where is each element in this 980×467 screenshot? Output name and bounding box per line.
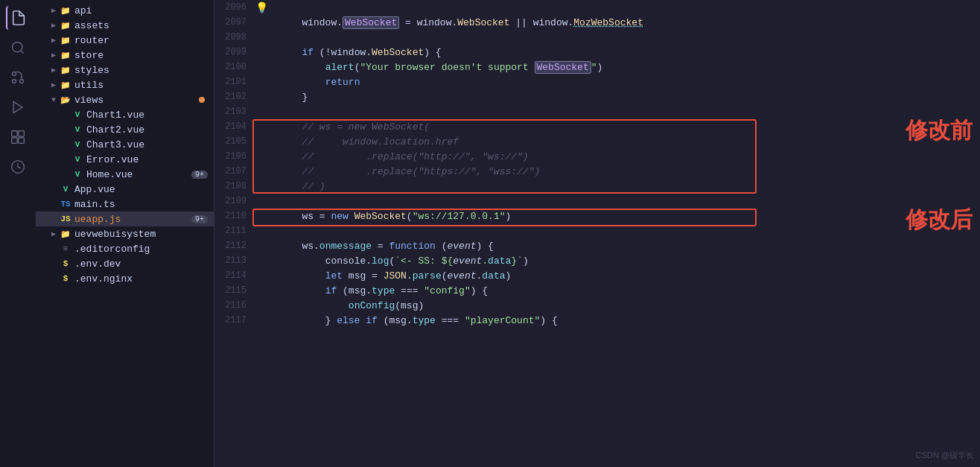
spacer [48, 273, 60, 285]
svg-point-3 [13, 72, 16, 76]
sidebar: ▶ 📁 api ▶ 📁 assets ▶ 📁 router ▶ 📁 store … [36, 0, 214, 467]
sidebar-item-label: main.ts [74, 199, 214, 210]
sidebar-item-styles[interactable]: ▶ 📁 styles [36, 63, 214, 77]
folder-icon: 📁 [60, 64, 71, 76]
code-editor[interactable]: 2096 2097 2098 2099 2100 2101 2102 2103 … [214, 0, 980, 467]
folder-icon: 📁 [60, 79, 71, 91]
clock-icon[interactable] [6, 155, 30, 179]
sidebar-item-label: store [74, 50, 214, 61]
sidebar-item-utils[interactable]: ▶ 📁 utils [36, 77, 214, 92]
sidebar-item-label: Home.vue [86, 169, 191, 180]
spacer [60, 168, 71, 180]
lightbulb-icon[interactable]: 💡 [255, 1, 268, 14]
folder-icon: 📁 [60, 19, 71, 31]
code-line-2110: ws = new WebSocket("ws://127.0.0.1") [255, 209, 980, 223]
config-icon: ≡ [60, 243, 71, 255]
spacer [60, 124, 71, 136]
spacer [60, 109, 71, 121]
code-line-2098 [255, 30, 980, 45]
extensions-icon[interactable] [6, 125, 30, 149]
sidebar-item-ueappjs[interactable]: JS ueapp.js 9+ [36, 212, 214, 226]
sidebar-item-envnginx[interactable]: $ .env.nginx [36, 271, 214, 286]
sidebar-item-label: ueapp.js [74, 214, 191, 225]
code-line-2116: onConfig(msg) [255, 298, 980, 313]
folder-icon: 📁 [60, 34, 71, 46]
spacer [48, 198, 60, 210]
svg-point-2 [20, 80, 24, 83]
code-line-2113: console.log(`<- SS: ${event.data}`) [255, 253, 980, 268]
sidebar-item-chart2[interactable]: V Chart2.vue [36, 122, 214, 137]
code-lines-container: 💡 window.WebSocket = window.WebSocket ||… [255, 0, 980, 467]
code-line-2109 [255, 194, 980, 209]
vue-icon: V [71, 124, 83, 136]
code-line-2114: let msg = JSON.parse(event.data) [255, 268, 980, 283]
dollar-icon: $ [60, 258, 71, 270]
sidebar-item-label: api [74, 5, 214, 16]
search-icon[interactable] [6, 36, 30, 60]
spacer [48, 183, 60, 195]
modified-badge: 9+ [191, 171, 208, 179]
code-line-2115: if (msg.type === "config") { [255, 283, 980, 298]
code-line-2099: if (!window.WebSocket) { [255, 45, 980, 60]
vue-icon: V [60, 183, 71, 195]
code-line-2108: // ) [255, 179, 980, 194]
svg-rect-7 [19, 131, 25, 137]
sidebar-item-home[interactable]: V Home.vue 9+ [36, 167, 214, 182]
collapse-arrow: ▼ [48, 94, 60, 106]
sidebar-item-label: views [74, 95, 199, 106]
git-icon[interactable] [6, 66, 30, 89]
collapse-arrow: ▶ [48, 64, 60, 76]
sidebar-item-router[interactable]: ▶ 📁 router [36, 33, 214, 48]
watermark: CSDN @碳学长 [916, 450, 974, 461]
code-line-2112: ws.onmessage = function (event) { [255, 238, 980, 253]
annotation-before: 修改前 [906, 115, 973, 146]
folder-icon: 📁 [60, 228, 71, 240]
sidebar-item-envdev[interactable]: $ .env.dev [36, 256, 214, 271]
spacer [48, 243, 60, 255]
sidebar-item-maints[interactable]: TS main.ts [36, 197, 214, 212]
websocket-highlight2: WebSocket [535, 61, 591, 74]
vue-icon: V [71, 168, 83, 180]
sidebar-item-uevwebuisystem[interactable]: ▶ 📁 uevwebuisystem [36, 226, 214, 241]
sidebar-item-label: styles [74, 65, 214, 76]
sidebar-item-label: utils [74, 80, 214, 91]
sidebar-item-store[interactable]: ▶ 📁 store [36, 48, 214, 63]
sidebar-item-api[interactable]: ▶ 📁 api [36, 3, 214, 18]
folder-icon: 📁 [60, 4, 71, 16]
dollar-icon: $ [60, 273, 71, 285]
spacer [48, 213, 60, 225]
svg-line-1 [21, 51, 24, 54]
sidebar-item-label: router [74, 35, 214, 46]
code-line-2100: alert("Your browser doesn't support WebS… [255, 60, 980, 74]
sidebar-item-appvue[interactable]: V App.vue [36, 182, 214, 197]
folder-icon: 📁 [60, 49, 71, 61]
sidebar-item-label: App.vue [74, 184, 214, 195]
sidebar-item-views[interactable]: ▼ 📂 views [36, 92, 214, 107]
files-icon[interactable] [6, 6, 30, 30]
svg-marker-5 [13, 102, 22, 113]
sidebar-item-label: .editorconfig [74, 244, 214, 255]
editor-area: 2096 2097 2098 2099 2100 2101 2102 2103 … [214, 0, 980, 467]
sidebar-item-error[interactable]: V Error.vue [36, 152, 214, 167]
folder-open-icon: 📂 [60, 94, 71, 106]
sidebar-item-editorconfig[interactable]: ≡ .editorconfig [36, 241, 214, 256]
spacer [60, 139, 71, 150]
activity-bar [0, 0, 36, 467]
modified-badge: 9+ [191, 215, 208, 223]
debug-icon[interactable] [6, 95, 30, 119]
vue-icon: V [71, 139, 83, 150]
svg-rect-6 [12, 131, 18, 137]
sidebar-item-label: .env.nginx [74, 273, 214, 285]
svg-point-4 [13, 80, 16, 83]
sidebar-item-label: Error.vue [86, 154, 214, 165]
sidebar-item-label: uevwebuisystem [74, 229, 214, 240]
sidebar-item-label: Chart1.vue [86, 109, 214, 121]
sidebar-item-chart3[interactable]: V Chart3.vue [36, 137, 214, 152]
vue-icon: V [71, 153, 83, 165]
code-line-2102: } [255, 89, 980, 104]
svg-rect-9 [19, 138, 25, 144]
code-line-2117: } else if (msg.type === "playerCount") { [255, 313, 980, 328]
sidebar-item-chart1[interactable]: V Chart1.vue [36, 107, 214, 122]
sidebar-item-assets[interactable]: ▶ 📁 assets [36, 18, 214, 33]
svg-point-0 [13, 42, 22, 52]
